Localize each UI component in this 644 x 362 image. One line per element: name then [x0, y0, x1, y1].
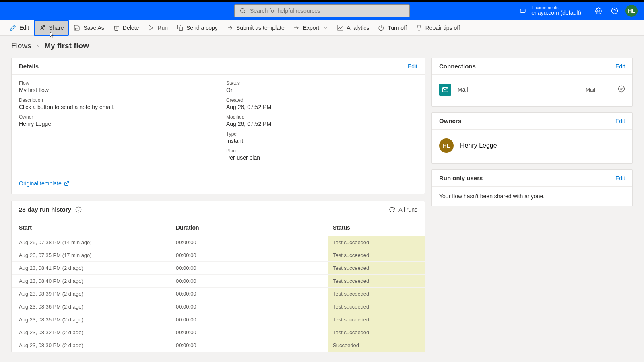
- svg-line-1: [244, 12, 245, 13]
- runonly-edit-link[interactable]: Edit: [615, 175, 625, 181]
- repair-tips-button[interactable]: Repair tips off: [412, 21, 464, 34]
- run-start: Aug 23, 08:41 PM (2 d ago): [19, 265, 176, 271]
- table-row[interactable]: Aug 23, 08:39 PM (2 d ago)00:00:00Test s…: [12, 287, 425, 300]
- svg-point-7: [43, 25, 45, 27]
- export-icon: [293, 25, 300, 31]
- share-button[interactable]: Share: [34, 20, 69, 36]
- status-value: On: [226, 87, 417, 93]
- send-copy-button[interactable]: Send a copy: [173, 21, 222, 34]
- export-button[interactable]: Export: [289, 21, 332, 34]
- environment-picker[interactable]: Environments enayu.com (default): [519, 5, 581, 16]
- user-avatar[interactable]: HL: [625, 5, 638, 17]
- owner-avatar: HL: [439, 138, 454, 153]
- run-status: Test succeeded: [328, 262, 425, 274]
- pencil-icon: [10, 25, 16, 31]
- col-duration[interactable]: Duration: [176, 224, 333, 231]
- col-status[interactable]: Status: [333, 224, 417, 231]
- table-row[interactable]: Aug 23, 08:35 PM (2 d ago)00:00:00Test s…: [12, 313, 425, 326]
- run-start: Aug 23, 08:30 PM (2 d ago): [19, 342, 176, 348]
- settings-icon[interactable]: [595, 7, 602, 14]
- owner-item[interactable]: HL Henry Legge: [439, 135, 625, 156]
- owners-edit-link[interactable]: Edit: [615, 118, 625, 124]
- env-label: Environments: [531, 5, 581, 10]
- run-status: Test succeeded: [328, 326, 425, 339]
- table-row[interactable]: Aug 23, 08:36 PM (2 d ago)00:00:00Test s…: [12, 300, 425, 313]
- original-template-link[interactable]: Original template: [19, 180, 417, 187]
- analytics-button[interactable]: Analytics: [333, 21, 373, 34]
- connections-edit-link[interactable]: Edit: [615, 63, 625, 70]
- info-icon[interactable]: [75, 206, 82, 213]
- table-row[interactable]: Aug 23, 08:41 PM (2 d ago)00:00:00Test s…: [12, 261, 425, 274]
- run-button[interactable]: Run: [144, 21, 172, 34]
- run-status: Test succeeded: [328, 275, 425, 287]
- environment-icon: [519, 7, 526, 14]
- play-icon: [148, 25, 154, 31]
- owner-label: Owner: [19, 114, 210, 120]
- action-toolbar: Edit Share Save As Delete Run Send a cop…: [0, 20, 644, 36]
- description-value: Click a button to send a note by email.: [19, 104, 210, 110]
- search-box[interactable]: [234, 4, 410, 17]
- help-icon[interactable]: [611, 7, 618, 14]
- breadcrumb: Flows › My first flow: [0, 36, 644, 53]
- save-icon: [74, 25, 80, 31]
- submit-template-button[interactable]: Submit as template: [223, 21, 289, 34]
- all-runs-button[interactable]: All runs: [389, 206, 417, 213]
- run-start: Aug 23, 08:35 PM (2 d ago): [19, 317, 176, 323]
- delete-button[interactable]: Delete: [109, 21, 143, 34]
- svg-point-19: [619, 86, 625, 92]
- owners-card: Owners Edit HL Henry Legge: [431, 112, 633, 164]
- connections-title: Connections: [439, 63, 476, 70]
- copy-icon: [177, 25, 183, 31]
- search-icon: [239, 8, 246, 14]
- flow-value: My first flow: [19, 87, 210, 93]
- chevron-right-icon: ›: [37, 43, 39, 49]
- table-row[interactable]: Aug 23, 08:40 PM (2 d ago)00:00:00Test s…: [12, 274, 425, 287]
- svg-rect-9: [179, 27, 183, 31]
- run-history-card: 28-day run history All runs Start Durati…: [11, 201, 425, 352]
- turn-off-button[interactable]: Turn off: [374, 21, 411, 34]
- mail-icon: [439, 84, 451, 96]
- modified-value: Aug 26, 07:52 PM: [226, 121, 417, 127]
- breadcrumb-root[interactable]: Flows: [11, 41, 31, 50]
- check-circle-icon: [618, 85, 625, 94]
- run-duration: 00:00:00: [176, 278, 333, 284]
- run-status: Test succeeded: [328, 236, 425, 249]
- run-start: Aug 26, 07:38 PM (14 min ago): [19, 239, 176, 245]
- table-row[interactable]: Aug 26, 07:35 PM (17 min ago)00:00:00Tes…: [12, 249, 425, 261]
- col-start[interactable]: Start: [19, 224, 176, 231]
- details-card: Details Edit FlowMy first flow Descripti…: [11, 58, 425, 194]
- run-duration: 00:00:00: [176, 291, 333, 297]
- flow-label: Flow: [19, 80, 210, 86]
- run-status: Succeeded: [328, 339, 425, 352]
- run-start: Aug 26, 07:35 PM (17 min ago): [19, 252, 176, 258]
- connection-item[interactable]: Mail Mail: [439, 80, 625, 99]
- run-duration: 00:00:00: [176, 342, 333, 348]
- plan-label: Plan: [226, 148, 417, 154]
- run-duration: 00:00:00: [176, 329, 333, 335]
- svg-point-0: [241, 9, 244, 12]
- type-value: Instant: [226, 138, 417, 144]
- run-duration: 00:00:00: [176, 265, 333, 271]
- run-only-users-card: Run only users Edit Your flow hasn't bee…: [431, 169, 633, 206]
- details-edit-link[interactable]: Edit: [408, 63, 417, 70]
- run-start: Aug 23, 08:32 PM (2 d ago): [19, 329, 176, 335]
- svg-point-3: [598, 10, 600, 12]
- table-row[interactable]: Aug 26, 07:38 PM (14 min ago)00:00:00Tes…: [12, 236, 425, 249]
- save-as-button[interactable]: Save As: [70, 21, 108, 34]
- power-icon: [378, 25, 384, 31]
- table-row[interactable]: Aug 23, 08:30 PM (2 d ago)00:00:00Succee…: [12, 339, 425, 352]
- table-row[interactable]: Aug 23, 08:32 PM (2 d ago)00:00:00Test s…: [12, 326, 425, 339]
- history-title: 28-day run history: [19, 206, 71, 213]
- run-duration: 00:00:00: [176, 317, 333, 323]
- trash-icon: [113, 25, 120, 31]
- refresh-icon: [389, 206, 395, 213]
- search-input[interactable]: [250, 8, 405, 14]
- status-label: Status: [226, 80, 417, 86]
- run-status: Test succeeded: [328, 313, 425, 326]
- run-duration: 00:00:00: [176, 239, 333, 245]
- run-duration: 00:00:00: [176, 304, 333, 310]
- chart-icon: [337, 25, 343, 31]
- history-table-header: Start Duration Status: [12, 218, 425, 236]
- run-start: Aug 23, 08:39 PM (2 d ago): [19, 291, 176, 297]
- edit-button[interactable]: Edit: [6, 21, 33, 34]
